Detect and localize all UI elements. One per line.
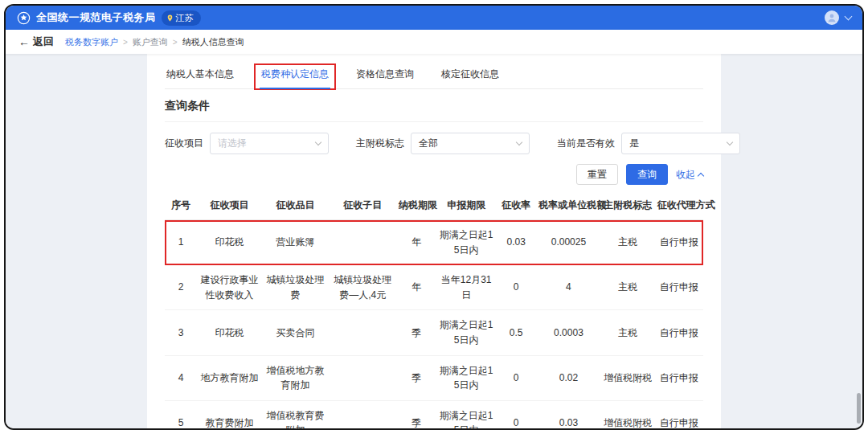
action-bar: 重置 查询 收起 [165, 164, 703, 185]
column-header: 主附税标志 [601, 191, 655, 220]
table-cell: 期满之日起15日内 [436, 220, 496, 265]
column-header: 征收品目 [262, 191, 330, 220]
table-cell: 0 [496, 265, 536, 310]
filter-row: 征收项目请选择主附税标志全部当前是否有效是 [165, 133, 703, 154]
collapse-label: 收起 [676, 168, 695, 182]
table-row: 2建设行政事业性收费收入城镇垃圾处理费城镇垃圾处理费—人,4元年当年12月31日… [165, 265, 703, 310]
filter-label: 征收项目 [165, 137, 203, 150]
table-row: 5教育费附加增值税教育费附加季期满之日起15日内00.03增值税附税自行申报 [165, 400, 703, 428]
table-cell: 3 [165, 310, 197, 355]
breadcrumb-item-account-query[interactable]: 账户查询 [133, 36, 168, 48]
table-cell: 自行申报 [655, 400, 703, 428]
region-label: 江苏 [176, 12, 194, 24]
select-currently-valid[interactable]: 是 [621, 133, 740, 154]
column-header: 申报期限 [436, 191, 496, 220]
table-cell: 地方教育附加 [197, 355, 261, 400]
select-collection-item[interactable]: 请选择 [210, 133, 329, 154]
table-cell: 主税 [601, 310, 655, 355]
table-row: 3印花税买卖合同季期满之日起15日内0.50.0003主税自行申报 [165, 310, 703, 355]
content-panel: 纳税人基本信息税费种认定信息资格信息查询核定征收信息 查询条件 征收项目请选择主… [147, 54, 721, 428]
table-cell: 0 [496, 400, 536, 428]
breadcrumb-separator: > [123, 38, 128, 47]
table-cell: 季 [396, 310, 436, 355]
select-main-surtax-flag[interactable]: 全部 [411, 133, 530, 154]
table-cell: 期满之日起15日内 [436, 400, 496, 428]
table-cell: 印花税 [197, 310, 261, 355]
breadcrumb-bar: ← 返回 税务数字账户>账户查询>纳税人信息查询 [6, 30, 862, 54]
table-cell [329, 400, 396, 428]
table-cell: 0 [496, 355, 536, 400]
back-label: 返回 [33, 35, 54, 49]
table-cell: 0.03 [496, 220, 536, 265]
table-cell [329, 220, 396, 265]
chevron-down-icon [516, 139, 522, 145]
column-header: 征收项目 [197, 191, 261, 220]
collapse-link[interactable]: 收起 [676, 168, 703, 182]
table-cell: 季 [396, 400, 436, 428]
filter-label: 主附税标志 [356, 137, 404, 150]
tabs: 纳税人基本信息税费种认定信息资格信息查询核定征收信息 [165, 54, 703, 89]
table-cell: 自行申报 [655, 220, 703, 265]
table-cell: 建设行政事业性收费收入 [197, 265, 261, 310]
select-value: 请选择 [218, 137, 247, 150]
table-cell: 印花税 [197, 220, 261, 265]
table-cell [329, 310, 396, 355]
chevron-down-icon[interactable] [845, 13, 853, 21]
table-cell: 城镇垃圾处理费—人,4元 [329, 265, 396, 310]
top-bar: 全国统一规范电子税务局 江苏 [6, 6, 862, 30]
column-header: 纳税期限 [396, 191, 436, 220]
location-pin-icon [166, 14, 174, 22]
filter-label: 当前是否有效 [557, 137, 615, 150]
filter-main-surtax-flag: 主附税标志全部 [356, 133, 530, 154]
table-cell: 增值税教育费附加 [262, 400, 330, 428]
table-cell: 期满之日起15日内 [436, 355, 496, 400]
table-cell: 0.00025 [536, 220, 600, 265]
breadcrumb-item-taxpayer-info-query[interactable]: 纳税人信息查询 [182, 36, 244, 48]
chevron-up-icon [698, 172, 704, 178]
back-button[interactable]: ← 返回 [18, 35, 54, 49]
tab-tax-type-determination-info[interactable]: 税费种认定信息 [260, 64, 330, 88]
table-cell: 0.0003 [536, 310, 600, 355]
table-cell: 城镇垃圾处理费 [262, 265, 330, 310]
tab-approved-collection-info[interactable]: 核定征收信息 [440, 64, 501, 88]
table-cell: 2 [165, 265, 197, 310]
user-avatar[interactable] [825, 10, 839, 25]
filter-currently-valid: 当前是否有效是 [557, 133, 740, 154]
region-badge[interactable]: 江苏 [162, 10, 201, 26]
app-title: 全国统一规范电子税务局 [36, 10, 156, 25]
breadcrumb-item-tax-digital-account[interactable]: 税务数字账户 [65, 36, 118, 48]
tab-taxpayer-basic-info[interactable]: 纳税人基本信息 [165, 64, 235, 88]
table-cell: 年 [396, 220, 436, 265]
select-value: 是 [629, 137, 639, 150]
column-header: 征收子目 [329, 191, 396, 220]
breadcrumb: 税务数字账户>账户查询>纳税人信息查询 [65, 36, 244, 48]
table-cell: 4 [165, 355, 197, 400]
column-header: 序号 [165, 191, 197, 220]
table-cell: 0.03 [536, 400, 600, 428]
breadcrumb-separator: > [173, 38, 178, 47]
vertical-scrollbar[interactable] [857, 393, 861, 424]
query-conditions-title: 查询条件 [165, 89, 703, 122]
table-cell: 主税 [601, 220, 655, 265]
table-cell: 自行申报 [655, 265, 703, 310]
column-header: 征收率 [496, 191, 536, 220]
table-cell: 5 [165, 400, 197, 428]
table-cell [329, 355, 396, 400]
chevron-down-icon [727, 139, 733, 145]
tab-qualification-info-query[interactable]: 资格信息查询 [354, 64, 416, 88]
search-button[interactable]: 查询 [626, 164, 668, 185]
table-cell: 当年12月31日 [436, 265, 496, 310]
select-value: 全部 [419, 137, 438, 150]
column-header: 税率或单位税额 [536, 191, 600, 220]
table-cell: 年 [396, 265, 436, 310]
table-cell: 增值税地方教育附加 [262, 355, 330, 400]
table-cell: 季 [396, 355, 436, 400]
table-cell: 4 [536, 265, 600, 310]
reset-button[interactable]: 重置 [576, 164, 618, 185]
table-row: 1印花税营业账簿年期满之日起15日内0.030.00025主税自行申报 [165, 220, 703, 265]
table-cell: 1 [165, 220, 197, 265]
chevron-down-icon [315, 139, 321, 145]
tax-bureau-logo-icon [17, 11, 31, 25]
table-cell: 期满之日起15日内 [436, 310, 496, 355]
table-cell: 增值税附税 [601, 400, 655, 428]
